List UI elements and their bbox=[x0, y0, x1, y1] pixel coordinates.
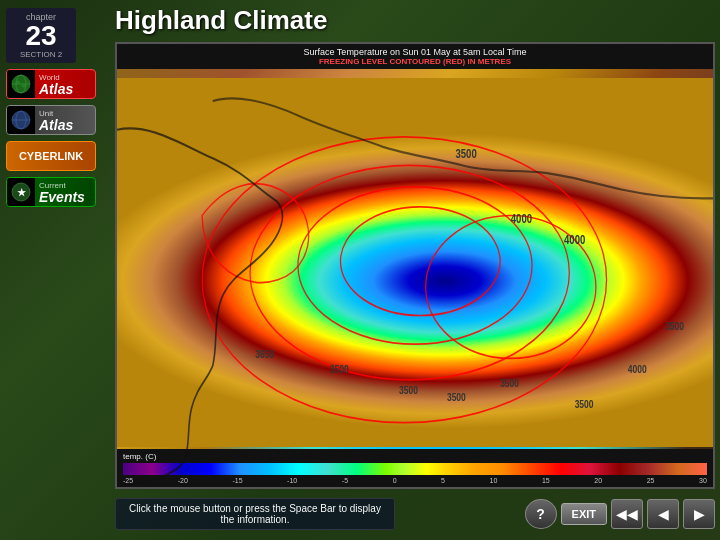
svg-text:★: ★ bbox=[17, 187, 27, 198]
legend-num-8: 10 bbox=[490, 477, 498, 484]
map-inner: Surface Temperature on Sun 01 May at 5am… bbox=[117, 44, 713, 487]
current-label: Current bbox=[39, 181, 66, 190]
map-title-line2: FREEZING LEVEL CONTOURED (RED) IN METRES bbox=[117, 57, 713, 66]
exit-button[interactable]: EXIT bbox=[561, 503, 607, 525]
legend-num-10: 20 bbox=[594, 477, 602, 484]
legend-num-9: 15 bbox=[542, 477, 550, 484]
unit-label: Unit bbox=[39, 109, 53, 118]
sidebar: chapter 23 SECTION 2 World Atlas bbox=[0, 0, 120, 540]
unit-atlas-text: Unit Atlas bbox=[35, 107, 95, 134]
bottom-bar: Click the mouse button or press the Spac… bbox=[115, 493, 715, 535]
atlas-label-world: Atlas bbox=[39, 82, 73, 96]
legend-label: temp. (C) bbox=[123, 452, 156, 461]
map-temperature-viz bbox=[117, 78, 713, 447]
prev-icon: ◀ bbox=[658, 506, 669, 522]
exit-label: EXIT bbox=[572, 508, 596, 520]
next-icon: ▶ bbox=[694, 506, 705, 522]
legend-num-7: 5 bbox=[441, 477, 445, 484]
rewind-icon: ◀◀ bbox=[616, 506, 638, 522]
legend-bar-row bbox=[117, 463, 713, 475]
prev-button[interactable]: ◀ bbox=[647, 499, 679, 529]
current-events-button[interactable]: ★ Current Events bbox=[6, 177, 96, 207]
section-label: SECTION 2 bbox=[14, 50, 68, 59]
cyberlink-button[interactable]: CYBERLINK bbox=[6, 141, 96, 171]
world-icon bbox=[7, 70, 35, 98]
svg-point-3 bbox=[16, 81, 20, 84]
world-atlas-text: World Atlas bbox=[35, 71, 95, 98]
unit-atlas-button[interactable]: Unit Atlas bbox=[6, 105, 96, 135]
click-info-text: Click the mouse button or press the Spac… bbox=[115, 498, 395, 530]
legend-num-11: 25 bbox=[647, 477, 655, 484]
legend-num-12: 30 bbox=[699, 477, 707, 484]
world-label: World bbox=[39, 73, 60, 82]
next-button[interactable]: ▶ bbox=[683, 499, 715, 529]
legend-num-1: -25 bbox=[123, 477, 133, 484]
page-title: Highland Climate bbox=[115, 5, 715, 36]
legend-num-6: 0 bbox=[393, 477, 397, 484]
rewind-button[interactable]: ◀◀ bbox=[611, 499, 643, 529]
chapter-number: 23 bbox=[25, 20, 56, 51]
map-container: Surface Temperature on Sun 01 May at 5am… bbox=[115, 42, 715, 489]
map-title-line1: Surface Temperature on Sun 01 May at 5am… bbox=[117, 47, 713, 57]
events-label: Events bbox=[39, 190, 85, 204]
legend-num-5: -5 bbox=[342, 477, 348, 484]
world-atlas-button[interactable]: World Atlas bbox=[6, 69, 96, 99]
legend-numbers: -25 -20 -15 -10 -5 0 5 10 15 20 25 30 bbox=[117, 477, 713, 484]
help-icon: ? bbox=[536, 506, 545, 522]
svg-point-4 bbox=[22, 85, 27, 88]
unit-icon bbox=[7, 106, 35, 134]
legend-num-4: -10 bbox=[287, 477, 297, 484]
cyberlink-label: CYBERLINK bbox=[19, 150, 83, 162]
help-button[interactable]: ? bbox=[525, 499, 557, 529]
legend-color-bar bbox=[123, 463, 707, 475]
temperature-legend: temp. (C) -25 -20 -15 -10 -5 0 5 10 15 2… bbox=[117, 449, 713, 487]
map-header: Surface Temperature on Sun 01 May at 5am… bbox=[117, 44, 713, 69]
legend-num-2: -20 bbox=[178, 477, 188, 484]
atlas-label-unit: Atlas bbox=[39, 118, 73, 132]
current-events-text: Current Events bbox=[35, 179, 95, 206]
navigation-controls: ? EXIT ◀◀ ◀ ▶ bbox=[525, 499, 715, 529]
main-content: Highland Climate Surface Temperature on … bbox=[115, 5, 715, 535]
legend-num-3: -15 bbox=[232, 477, 242, 484]
current-events-icon: ★ bbox=[7, 178, 35, 206]
chapter-box: chapter 23 SECTION 2 bbox=[6, 8, 76, 63]
